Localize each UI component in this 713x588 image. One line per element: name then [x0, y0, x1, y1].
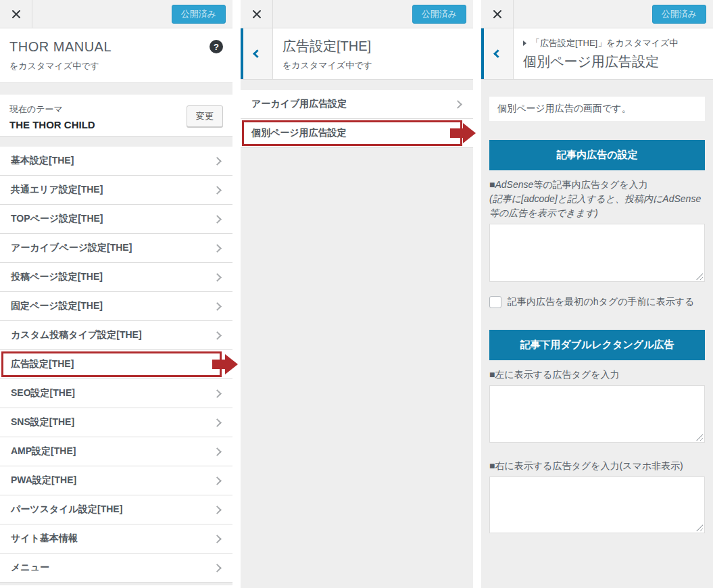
divider	[0, 137, 232, 147]
close-button[interactable]	[0, 0, 32, 28]
menu-item-label: 個別ページ用広告設定	[251, 127, 347, 139]
sidebar-item-post-page-settings[interactable]: 投稿ページ設定[THE]	[0, 263, 232, 292]
sidebar-item-archive-page-settings[interactable]: アーカイブページ設定[THE]	[0, 234, 232, 263]
publish-button[interactable]: 公開済み	[412, 5, 466, 24]
chevron-right-icon	[213, 244, 222, 253]
top-bar: 公開済み	[241, 0, 473, 28]
breadcrumb-arrow-icon	[523, 41, 526, 46]
menu-item-label: 投稿ページ設定[THE]	[11, 271, 103, 283]
sidebar-item-site-basic-info[interactable]: サイト基本情報	[0, 524, 232, 554]
menu-item-archive-ad-settings[interactable]: アーカイブ用広告設定	[241, 90, 473, 119]
chevron-right-icon	[213, 564, 222, 572]
chevron-right-icon	[213, 157, 222, 166]
breadcrumb-text: 「広告設定[THE]」をカスタマイズ中	[531, 37, 678, 49]
panel-title: 個別ページ用広告設定	[523, 53, 704, 71]
sidebar-item-sns-settings[interactable]: SNS設定[THE]	[0, 408, 232, 437]
hint-part: AdSense	[662, 193, 701, 204]
next-row-peek	[0, 585, 232, 588]
change-theme-button[interactable]: 変更	[187, 105, 223, 127]
menu-item-label: パーツスタイル設定[THE]	[11, 504, 122, 516]
sidebar-item-ad-settings[interactable]: 広告設定[THE]	[0, 350, 232, 379]
chevron-left-icon	[493, 49, 502, 58]
section-description: 個別ページ用広告の画面です。	[489, 97, 705, 121]
label-part: 等の記事内広告タグを入力	[533, 179, 647, 190]
chevron-left-icon	[253, 49, 262, 58]
chevron-right-icon	[213, 476, 222, 485]
sidebar-item-fixed-page-settings[interactable]: 固定ページ設定[THE]	[0, 292, 232, 321]
checkbox-label: 記事内広告を最初のhタグの手前に表示する	[508, 296, 694, 308]
menu-item-label: AMP設定[THE]	[11, 445, 76, 458]
panel-title: 広告設定[THE]	[282, 37, 464, 55]
label-part: AdSense	[495, 179, 533, 190]
help-icon[interactable]: ?	[210, 40, 223, 53]
sidebar-item-parts-style-settings[interactable]: パーツスタイル設定[THE]	[0, 495, 232, 524]
chevron-right-icon	[213, 447, 222, 456]
customizing-subtitle: をカスタマイズ中です	[282, 59, 464, 72]
back-button[interactable]	[481, 28, 514, 79]
chevron-right-icon	[213, 331, 222, 340]
menu-item-individual-page-ad-settings[interactable]: 個別ページ用広告設定	[241, 119, 473, 148]
customizing-subtitle: をカスタマイズ中です	[9, 60, 223, 72]
individual-page-ad-panel: 公開済み 「広告設定[THE]」をカスタマイズ中 個別ページ用広告設定 個別ペー…	[481, 0, 713, 588]
right-ad-tag-textarea[interactable]	[489, 476, 705, 533]
panel-header: 「広告設定[THE]」をカスタマイズ中 個別ページ用広告設定	[481, 28, 713, 80]
chevron-right-icon	[213, 389, 222, 398]
chevron-right-icon	[213, 273, 222, 282]
divider	[241, 80, 473, 90]
ad-settings-panel: 公開済み 広告設定[THE] をカスタマイズ中です アーカイブ用広告設定 個別ペ…	[241, 0, 473, 588]
root-menu: 基本設定[THE] 共通エリア設定[THE] TOPページ設定[THE] アーカ…	[0, 147, 232, 588]
chevron-right-icon	[213, 506, 222, 514]
chevron-right-icon	[213, 418, 222, 427]
left-ad-tag-textarea[interactable]	[489, 385, 705, 443]
sidebar-item-amp-settings[interactable]: AMP設定[THE]	[0, 437, 232, 466]
chevron-right-icon	[213, 215, 222, 224]
close-button[interactable]	[241, 0, 273, 28]
show-before-first-h-tag-option: 記事内広告を最初のhタグの手前に表示する	[489, 296, 705, 308]
hint-part: 等の広告を表示できます)	[489, 207, 598, 218]
close-button[interactable]	[481, 0, 514, 28]
panel-header: 広告設定[THE] をカスタマイズ中です	[241, 28, 473, 80]
controls-area: 個別ページ用広告の画面です。 記事内広告の設定 ■AdSense等の記事内広告タ…	[481, 97, 713, 533]
hint-part: と記入すると、投稿内に	[558, 193, 663, 204]
menu-item-label: カスタム投稿タイプ設定[THE]	[11, 329, 142, 341]
adsense-tag-label: ■AdSense等の記事内広告タグを入力 (記事に[adcode]と記入すると、…	[489, 178, 705, 220]
sidebar-item-basic-settings[interactable]: 基本設定[THE]	[0, 147, 232, 176]
in-article-ad-tag-textarea[interactable]	[489, 224, 705, 282]
menu-item-label: 共通エリア設定[THE]	[11, 184, 103, 196]
menu-item-label: TOPページ設定[THE]	[11, 213, 103, 225]
menu-item-label: PWA設定[THE]	[11, 474, 76, 487]
chevron-right-icon	[213, 302, 222, 311]
sidebar-item-menu[interactable]: メニュー	[0, 554, 232, 583]
left-ad-tag-label: ■左に表示する広告タグを入力	[489, 368, 705, 382]
sidebar-item-custom-post-type-settings[interactable]: カスタム投稿タイプ設定[THE]	[0, 321, 232, 350]
sidebar-item-seo-settings[interactable]: SEO設定[THE]	[0, 379, 232, 408]
ad-settings-menu: アーカイブ用広告設定 個別ページ用広告設定	[241, 90, 473, 148]
back-button[interactable]	[241, 28, 273, 79]
accent-bar	[481, 28, 484, 79]
menu-item-label: メニュー	[11, 562, 49, 574]
customizer-root-panel: 公開済み THOR MANUAL をカスタマイズ中です ? 現在のテーマ THE…	[0, 0, 232, 588]
close-icon	[493, 9, 502, 19]
accent-bar	[241, 28, 243, 79]
section-heading-double-rectangle-ads[interactable]: 記事下用ダブルレクタングル広告	[489, 330, 705, 360]
top-bar: 公開済み	[0, 0, 232, 28]
section-heading-in-article-ads[interactable]: 記事内広告の設定	[489, 140, 705, 170]
top-bar: 公開済み	[481, 0, 713, 28]
divider	[0, 83, 232, 95]
site-title: THOR MANUAL	[9, 39, 223, 55]
sidebar-item-pwa-settings[interactable]: PWA設定[THE]	[0, 466, 232, 495]
publish-button[interactable]: 公開済み	[172, 5, 226, 24]
menu-item-label: アーカイブページ設定[THE]	[11, 242, 132, 254]
sidebar-item-common-area-settings[interactable]: 共通エリア設定[THE]	[0, 176, 232, 205]
menu-item-label: 固定ページ設定[THE]	[11, 300, 103, 312]
menu-item-label: SEO設定[THE]	[11, 387, 75, 399]
menu-item-label: アーカイブ用広告設定	[251, 98, 347, 110]
menu-item-label: サイト基本情報	[11, 533, 78, 545]
menu-item-label: 基本設定[THE]	[11, 155, 74, 167]
show-before-first-h-tag-checkbox[interactable]	[489, 296, 501, 308]
publish-button[interactable]: 公開済み	[652, 5, 706, 24]
sidebar-item-top-page-settings[interactable]: TOPページ設定[THE]	[0, 205, 232, 234]
chevron-right-icon	[213, 186, 222, 195]
chevron-right-icon	[213, 535, 222, 543]
close-icon	[11, 9, 21, 19]
